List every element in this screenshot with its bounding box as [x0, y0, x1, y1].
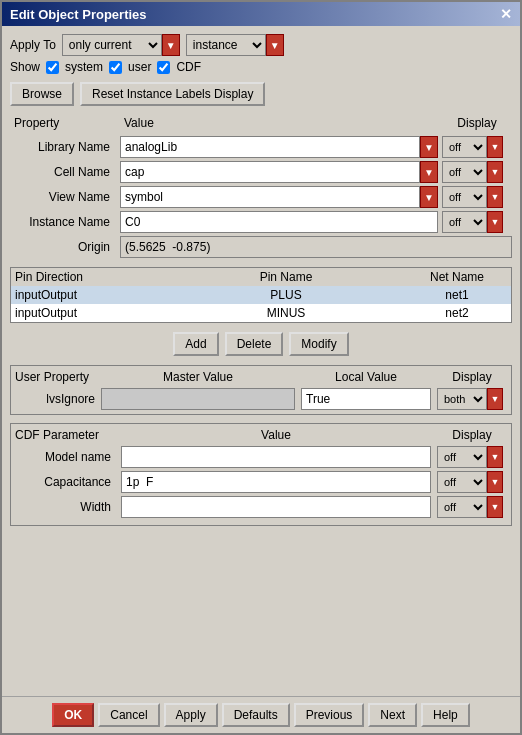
help-button[interactable]: Help	[421, 703, 470, 727]
view-name-input[interactable]	[120, 186, 420, 208]
instance-name-input[interactable]	[120, 211, 438, 233]
toolbar-row: Browse Reset Instance Labels Display	[10, 82, 512, 106]
pin-row-0[interactable]: inputOutput PLUS net1	[11, 286, 511, 304]
pin-net-0: net1	[407, 288, 507, 302]
width-label: Width	[15, 500, 115, 514]
cell-display-sel: offonboth ▼	[442, 161, 512, 183]
user-display-header: Display	[437, 370, 507, 384]
prop-col-header: Property	[10, 116, 120, 130]
library-display-select[interactable]: offonboth	[442, 136, 487, 158]
edit-object-properties-dialog: Edit Object Properties ✕ Apply To only c…	[0, 0, 522, 735]
value-col-header: Value	[120, 116, 442, 130]
cdf-checkbox[interactable]	[157, 61, 170, 74]
capacitance-display-arrow[interactable]: ▼	[487, 471, 503, 493]
system-label: system	[65, 60, 103, 74]
view-display-select[interactable]: offonboth	[442, 186, 487, 208]
previous-button[interactable]: Previous	[294, 703, 365, 727]
reset-button[interactable]: Reset Instance Labels Display	[80, 82, 265, 106]
view-display-sel: offonboth ▼	[442, 186, 512, 208]
origin-input[interactable]	[120, 236, 512, 258]
instance-type-dropdown-arrow[interactable]: ▼	[266, 34, 284, 56]
pin-dir-header: Pin Direction	[15, 270, 165, 284]
capacitance-input[interactable]	[121, 471, 431, 493]
instance-type-select[interactable]: instance cell library	[186, 34, 266, 56]
cdf-model-row: Model name offonboth ▼	[15, 446, 507, 468]
show-label: Show	[10, 60, 40, 74]
origin-row: Origin	[10, 236, 512, 258]
pin-name-header: Pin Name	[165, 270, 407, 284]
cell-name-row: Cell Name ▼ offonboth ▼	[10, 161, 512, 183]
apply-to-label: Apply To	[10, 38, 56, 52]
pin-name-1: MINUS	[165, 306, 407, 320]
width-display-select[interactable]: offonboth	[437, 496, 487, 518]
system-checkbox[interactable]	[46, 61, 59, 74]
model-display-select[interactable]: offonboth	[437, 446, 487, 468]
user-prop-row-0: lvsIgnore bothoffon ▼	[15, 388, 507, 410]
lvs-display-sel: bothoffon ▼	[437, 388, 507, 410]
width-display-arrow[interactable]: ▼	[487, 496, 503, 518]
cell-name-label: Cell Name	[10, 165, 116, 179]
show-row: Show system user CDF	[10, 60, 512, 74]
close-icon[interactable]: ✕	[500, 6, 512, 22]
master-value-header: Master Value	[101, 370, 295, 384]
user-prop-section: User Property Master Value Local Value D…	[10, 365, 512, 415]
instance-display-arrow[interactable]: ▼	[487, 211, 503, 233]
view-display-arrow[interactable]: ▼	[487, 186, 503, 208]
origin-val-combo	[120, 236, 512, 258]
capacitance-display-select[interactable]: offonboth	[437, 471, 487, 493]
library-display-arrow[interactable]: ▼	[487, 136, 503, 158]
browse-button[interactable]: Browse	[10, 82, 74, 106]
add-del-row: Add Delete Modify	[10, 332, 512, 356]
dialog-title: Edit Object Properties	[10, 7, 147, 22]
user-prop-header: User Property Master Value Local Value D…	[15, 370, 507, 384]
library-name-val-combo: ▼	[120, 136, 438, 158]
pin-row-1[interactable]: inputOutput MINUS net2	[11, 304, 511, 322]
property-rows: Library Name ▼ offonboth ▼ Cell Name ▼	[10, 136, 512, 261]
model-display-arrow[interactable]: ▼	[487, 446, 503, 468]
apply-to-row: Apply To only current all ▼ instance cel…	[10, 34, 512, 56]
next-button[interactable]: Next	[368, 703, 417, 727]
user-checkbox[interactable]	[109, 61, 122, 74]
instance-display-select[interactable]: offonboth	[442, 211, 487, 233]
library-name-input[interactable]	[120, 136, 420, 158]
capacitance-display-sel: offonboth ▼	[437, 471, 507, 493]
apply-to-combo: only current all ▼	[62, 34, 180, 56]
pin-net-1: net2	[407, 306, 507, 320]
delete-button[interactable]: Delete	[225, 332, 284, 356]
library-name-label: Library Name	[10, 140, 116, 154]
model-name-input[interactable]	[121, 446, 431, 468]
library-name-dropdown[interactable]: ▼	[420, 136, 438, 158]
width-input[interactable]	[121, 496, 431, 518]
display-col-header: Display	[442, 116, 512, 130]
pin-name-0: PLUS	[165, 288, 407, 302]
pin-table-header: Pin Direction Pin Name Net Name	[11, 268, 511, 286]
cell-name-dropdown[interactable]: ▼	[420, 161, 438, 183]
defaults-button[interactable]: Defaults	[222, 703, 290, 727]
cdf-display-header: Display	[437, 428, 507, 442]
instance-type-combo: instance cell library ▼	[186, 34, 284, 56]
cdf-width-row: Width offonboth ▼	[15, 496, 507, 518]
cell-display-select[interactable]: offonboth	[442, 161, 487, 183]
apply-to-select[interactable]: only current all	[62, 34, 162, 56]
modify-button[interactable]: Modify	[289, 332, 348, 356]
apply-button[interactable]: Apply	[164, 703, 218, 727]
lvs-local-input[interactable]	[301, 388, 431, 410]
lvs-display-select[interactable]: bothoffon	[437, 388, 487, 410]
instance-name-label: Instance Name	[10, 215, 116, 229]
lvs-ignore-label: lvsIgnore	[15, 392, 95, 406]
cdf-value-header: Value	[115, 428, 437, 442]
instance-name-val-combo	[120, 211, 438, 233]
view-name-label: View Name	[10, 190, 116, 204]
view-name-dropdown[interactable]: ▼	[420, 186, 438, 208]
ok-button[interactable]: OK	[52, 703, 94, 727]
user-label: user	[128, 60, 151, 74]
cancel-button[interactable]: Cancel	[98, 703, 159, 727]
add-button[interactable]: Add	[173, 332, 218, 356]
cell-name-input[interactable]	[120, 161, 420, 183]
apply-to-dropdown-arrow[interactable]: ▼	[162, 34, 180, 56]
lvs-display-arrow[interactable]: ▼	[487, 388, 503, 410]
view-name-row: View Name ▼ offonboth ▼	[10, 186, 512, 208]
lvs-master-input[interactable]	[101, 388, 295, 410]
cell-display-arrow[interactable]: ▼	[487, 161, 503, 183]
model-name-label: Model name	[15, 450, 115, 464]
